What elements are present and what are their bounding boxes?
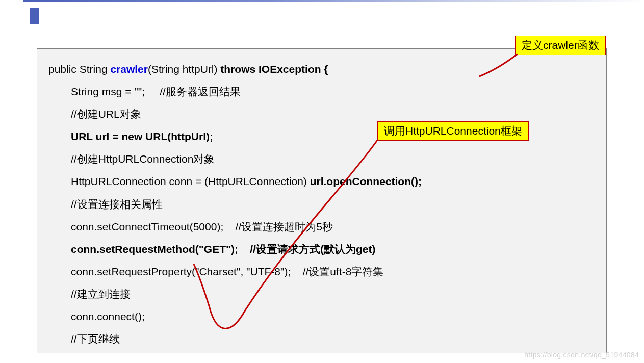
code-line-8: conn.setConnectTimeout(5000); //设置连接超时为5… <box>71 216 595 238</box>
text-bold: url.openConnection(); <box>310 175 422 187</box>
code-line-13: //下页继续 <box>71 328 595 350</box>
text-keyword: crawler <box>110 63 148 75</box>
title-accent-bar <box>30 8 39 24</box>
code-line-2: String msg = ""; //服务器返回结果 <box>71 81 595 103</box>
code-line-11: //建立到连接 <box>71 283 595 305</box>
code-line-10: conn.setRequestProperty("Charset", "UTF-… <box>71 261 595 283</box>
code-line-9: conn.setRequestMethod("GET"); //设置请求方式(默… <box>71 238 595 261</box>
annotation-define-crawler: 定义crawler函数 <box>515 36 606 55</box>
code-line-5: //创建HttpURLConnection对象 <box>71 148 595 170</box>
text-plain: HttpURLConnection conn = (HttpURLConnect… <box>71 175 310 187</box>
text-bold: throws IOException { <box>220 63 328 75</box>
watermark-text: https://blog.csdn.net/qq_51944084 <box>524 351 639 359</box>
code-line-12: conn.connect(); <box>71 305 595 328</box>
text-plain: public String <box>48 63 110 75</box>
code-line-7: //设置连接相关属性 <box>71 193 595 216</box>
code-line-6: HttpURLConnection conn = (HttpURLConnect… <box>71 170 595 193</box>
annotation-call-httpurlconnection: 调用HttpURLConnection框架 <box>377 121 529 141</box>
top-accent-gradient <box>23 0 644 2</box>
code-line-1: public String crawler(String httpUrl) th… <box>48 58 595 81</box>
text-plain: (String httpUrl) <box>148 63 220 75</box>
code-container: public String crawler(String httpUrl) th… <box>37 48 607 353</box>
